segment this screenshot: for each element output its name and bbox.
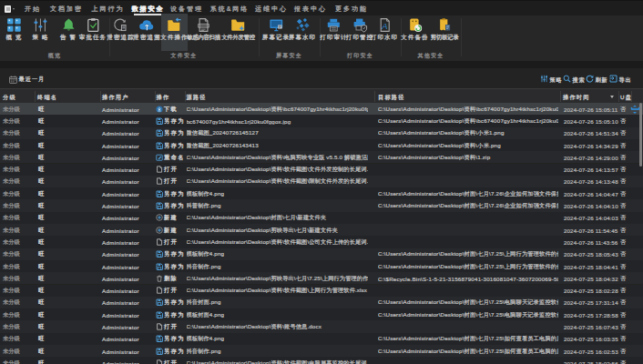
svg-text:A: A <box>381 21 387 31</box>
